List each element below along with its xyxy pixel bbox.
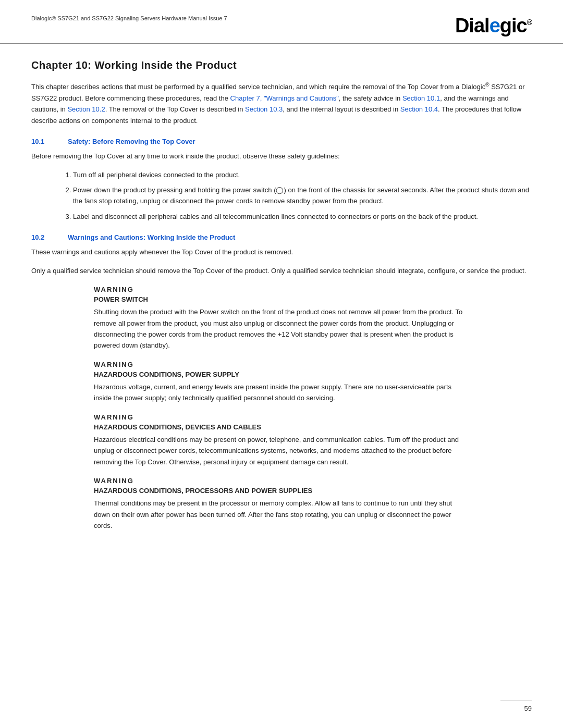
section101-link[interactable]: Section 10.1 <box>402 94 440 102</box>
section-102-intro1: These warnings and cautions apply whenev… <box>31 246 532 257</box>
section104-link[interactable]: Section 10.4 <box>400 105 438 113</box>
section-102-title: Warnings and Cautions: Working Inside th… <box>68 233 235 241</box>
logo-text: Dialegic® <box>455 15 532 37</box>
chapter-intro: This chapter describes actions that must… <box>31 81 532 126</box>
section103-link[interactable]: Section 10.3 <box>245 105 283 113</box>
section-101-number: 10.1 <box>31 138 57 145</box>
section-101-heading: 10.1 Safety: Before Removing the Top Cov… <box>31 138 532 145</box>
warning-label-4: WARNING <box>94 477 469 485</box>
page-container: Dialogic® SS7G21 and SS7G22 Signaling Se… <box>0 0 563 728</box>
section-101-title: Safety: Before Removing the Top Cover <box>68 138 195 145</box>
section-102-number: 10.2 <box>31 233 57 241</box>
warning-label-3: WARNING <box>94 413 469 421</box>
section-102-intro2: Only a qualified service technician shou… <box>31 265 532 276</box>
warning-block-1: WARNING POWER SWITCH Shutting down the p… <box>94 286 469 351</box>
safety-list: Turn off all peripheral devices connecte… <box>73 169 532 223</box>
warning-label-2: WARNING <box>94 361 469 368</box>
header-title: Dialogic® SS7G21 and SS7G22 Signaling Se… <box>31 15 227 22</box>
page-footer: 59 <box>500 700 532 712</box>
warning-text-2: Hazardous voltage, current, and energy l… <box>94 381 469 404</box>
section-101-intro: Before removing the Top Cover at any tim… <box>31 151 532 162</box>
warning-block-2: WARNING HAZARDOUS CONDITIONS, POWER SUPP… <box>94 361 469 404</box>
chapter-heading: Chapter 10: Working Inside the Product <box>31 59 532 71</box>
section-102-heading: 10.2 Warnings and Cautions: Working Insi… <box>31 233 532 241</box>
warning-text-3: Hazardous electrical conditions may be p… <box>94 434 469 467</box>
chapter7-link[interactable]: Chapter 7, "Warnings and Cautions" <box>230 94 339 102</box>
warning-label-1: WARNING <box>94 286 469 293</box>
warning-block-4: WARNING HAZARDOUS CONDITIONS, PROCESSORS… <box>94 477 469 531</box>
list-item: Label and disconnect all peripheral cabl… <box>73 211 532 222</box>
logo-area: Dialegic® <box>455 15 532 37</box>
list-item: Turn off all peripheral devices connecte… <box>73 169 532 180</box>
list-item: Power down the product by pressing and h… <box>73 184 532 207</box>
warning-title-3: HAZARDOUS CONDITIONS, DEVICES AND CABLES <box>94 423 469 431</box>
warning-title-4: HAZARDOUS CONDITIONS, PROCESSORS AND POW… <box>94 487 469 495</box>
warning-text-1: Shutting down the product with the Power… <box>94 306 469 351</box>
page-number: 59 <box>524 705 532 712</box>
warning-text-4: Thermal conditions may be present in the… <box>94 498 469 531</box>
warning-title-2: HAZARDOUS CONDITIONS, POWER SUPPLY <box>94 371 469 378</box>
main-content: Chapter 10: Working Inside the Product T… <box>0 44 563 572</box>
warning-block-3: WARNING HAZARDOUS CONDITIONS, DEVICES AN… <box>94 413 469 467</box>
page-header: Dialogic® SS7G21 and SS7G22 Signaling Se… <box>0 0 563 44</box>
warning-title-1: POWER SWITCH <box>94 295 469 303</box>
section102-link[interactable]: Section 10.2 <box>67 105 105 113</box>
